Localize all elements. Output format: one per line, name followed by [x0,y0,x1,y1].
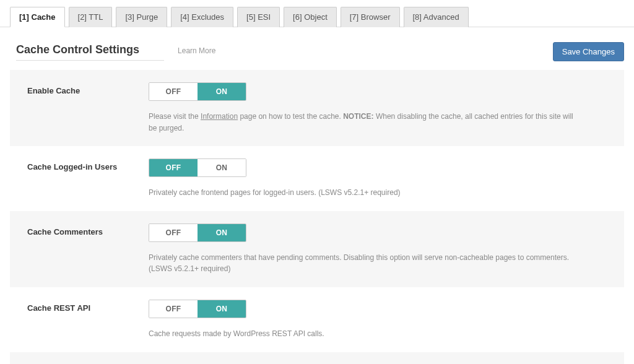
tab-ttl[interactable]: [2] TTL [69,7,113,27]
toggle-off-half[interactable]: OFF [149,83,198,100]
tab-excludes[interactable]: [4] Excludes [171,7,233,27]
tab-esi[interactable]: [5] ESI [237,7,280,27]
toggle-enable-cache[interactable]: OFF ON [149,82,246,101]
toggle-cache-commenters[interactable]: OFF ON [149,223,246,242]
setting-row-enable-cache: Enable Cache OFF ON Please visit the Inf… [10,70,624,146]
setting-label: Cache Commenters [27,223,149,275]
toggle-off-half[interactable]: OFF [149,224,198,241]
tab-purge[interactable]: [3] Purge [116,7,167,27]
learn-more-link[interactable]: Learn More [178,46,215,55]
page-title: Cache Control Settings [16,43,164,61]
notice-label: NOTICE: [343,112,373,121]
settings-table: Enable Cache OFF ON Please visit the Inf… [10,70,624,364]
setting-row-cache-logged-in: Cache Logged-in Users OFF ON Privately c… [10,146,624,211]
setting-row-cache-commenters: Cache Commenters OFF ON Privately cache … [10,211,624,287]
setting-row-cache-rest-api: Cache REST API OFF ON Cache requests mad… [10,287,624,352]
tab-advanced[interactable]: [8] Advanced [404,7,469,27]
tab-browser[interactable]: [7] Browser [341,7,400,27]
setting-description: Cache requests made by WordPress REST AP… [149,328,582,340]
tab-cache[interactable]: [1] Cache [10,7,65,27]
setting-row-cache-login-page: Cache Login Page OFF ON Disabling this o… [10,352,624,364]
toggle-cache-rest-api[interactable]: OFF ON [149,300,246,318]
toggle-on-half[interactable]: ON [198,83,246,100]
setting-description: Please visit the Information page on how… [149,111,582,134]
toggle-cache-logged-in[interactable]: OFF ON [149,158,246,177]
toggle-on-half[interactable]: ON [198,159,246,176]
setting-label: Enable Cache [27,82,149,134]
setting-label: Cache Logged-in Users [27,158,149,199]
setting-description: Privately cache commenters that have pen… [149,252,582,275]
tabs-bar: [1] Cache [2] TTL [3] Purge [4] Excludes… [0,0,634,27]
toggle-off-half[interactable]: OFF [149,159,198,176]
information-link[interactable]: Information [201,112,238,121]
toggle-on-half[interactable]: ON [198,300,246,318]
toggle-on-half[interactable]: ON [198,224,246,241]
save-changes-button[interactable]: Save Changes [553,42,624,61]
tab-object[interactable]: [6] Object [284,7,337,27]
page-header: Cache Control Settings Learn More Save C… [0,27,634,70]
toggle-off-half[interactable]: OFF [149,300,198,318]
setting-description: Privately cache frontend pages for logge… [149,187,582,199]
setting-label: Cache REST API [27,300,149,340]
